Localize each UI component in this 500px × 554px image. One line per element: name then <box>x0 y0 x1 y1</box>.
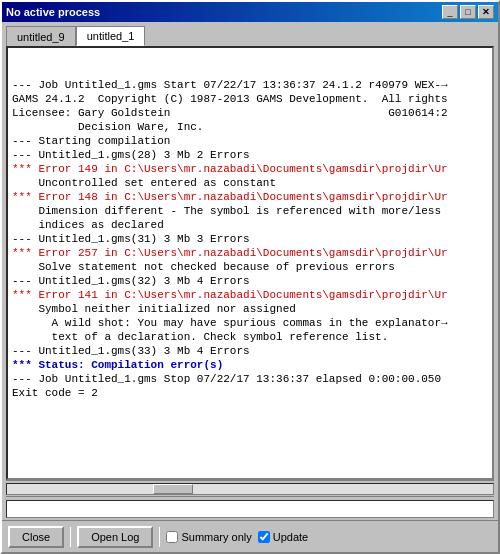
tab-untitled9[interactable]: untitled_9 <box>6 26 76 46</box>
output-line: Licensee: Gary Goldstein G010614:2 <box>12 106 488 120</box>
summary-only-label[interactable]: Summary only <box>166 531 251 543</box>
output-line: indices as declared <box>12 218 488 232</box>
output-line: --- Untitled_1.gms(33) 3 Mb 4 Errors <box>12 344 488 358</box>
update-text: Update <box>273 531 308 543</box>
output-line: Symbol neither initialized nor assigned <box>12 302 488 316</box>
output-line: Uncontrolled set entered as constant <box>12 176 488 190</box>
update-label[interactable]: Update <box>258 531 308 543</box>
main-window: No active process _ □ ✕ untitled_9 untit… <box>0 0 500 554</box>
output-line: *** Error 149 in C:\Users\mr.nazabadi\Do… <box>12 162 488 176</box>
scrollbar-thumb[interactable] <box>153 484 193 494</box>
separator-1 <box>70 527 71 547</box>
output-line: Decision Ware, Inc. <box>12 120 488 134</box>
output-line: Solve statement not checked because of p… <box>12 260 488 274</box>
output-line: GAMS 24.1.2 Copyright (C) 1987-2013 GAMS… <box>12 92 488 106</box>
update-checkbox[interactable] <box>258 531 270 543</box>
window-title: No active process <box>6 6 100 18</box>
close-button[interactable]: ✕ <box>478 5 494 19</box>
output-line: --- Untitled_1.gms(28) 3 Mb 2 Errors <box>12 148 488 162</box>
output-line: text of a declaration. Check symbol refe… <box>12 330 488 344</box>
output-line: --- Untitled_1.gms(32) 3 Mb 4 Errors <box>12 274 488 288</box>
horizontal-scrollbar[interactable] <box>6 483 494 495</box>
output-line: --- Untitled_1.gms(31) 3 Mb 3 Errors <box>12 232 488 246</box>
output-line: --- Job Untitled_1.gms Start 07/22/17 13… <box>12 78 488 92</box>
output-line: Exit code = 2 <box>12 386 488 400</box>
output-line: --- Starting compilation <box>12 134 488 148</box>
output-line: *** Error 148 in C:\Users\mr.nazabadi\Do… <box>12 190 488 204</box>
title-bar: No active process _ □ ✕ <box>2 2 498 22</box>
input-row <box>6 496 494 520</box>
title-bar-buttons: _ □ ✕ <box>442 5 494 19</box>
output-line: *** Status: Compilation error(s) <box>12 358 488 372</box>
output-pane[interactable]: --- Job Untitled_1.gms Start 07/22/17 13… <box>8 48 492 478</box>
tab-bar: untitled_9 untitled_1 <box>2 22 498 46</box>
close-button-bottom[interactable]: Close <box>8 526 64 548</box>
output-line: --- Job Untitled_1.gms Stop 07/22/17 13:… <box>12 372 488 386</box>
summary-only-checkbox[interactable] <box>166 531 178 543</box>
maximize-button[interactable]: □ <box>460 5 476 19</box>
command-input[interactable] <box>6 500 494 518</box>
summary-only-text: Summary only <box>181 531 251 543</box>
minimize-button[interactable]: _ <box>442 5 458 19</box>
output-line: A wild shot: You may have spurious comma… <box>12 316 488 330</box>
separator-2 <box>159 527 160 547</box>
open-log-button[interactable]: Open Log <box>77 526 153 548</box>
output-line: Dimension different - The symbol is refe… <box>12 204 488 218</box>
output-line: *** Error 141 in C:\Users\mr.nazabadi\Do… <box>12 288 488 302</box>
output-line: *** Error 257 in C:\Users\mr.nazabadi\Do… <box>12 246 488 260</box>
content-area: --- Job Untitled_1.gms Start 07/22/17 13… <box>6 46 494 480</box>
tab-untitled1[interactable]: untitled_1 <box>76 26 146 46</box>
horizontal-scrollbar-area <box>6 480 494 496</box>
bottom-bar: Close Open Log Summary only Update <box>2 520 498 552</box>
